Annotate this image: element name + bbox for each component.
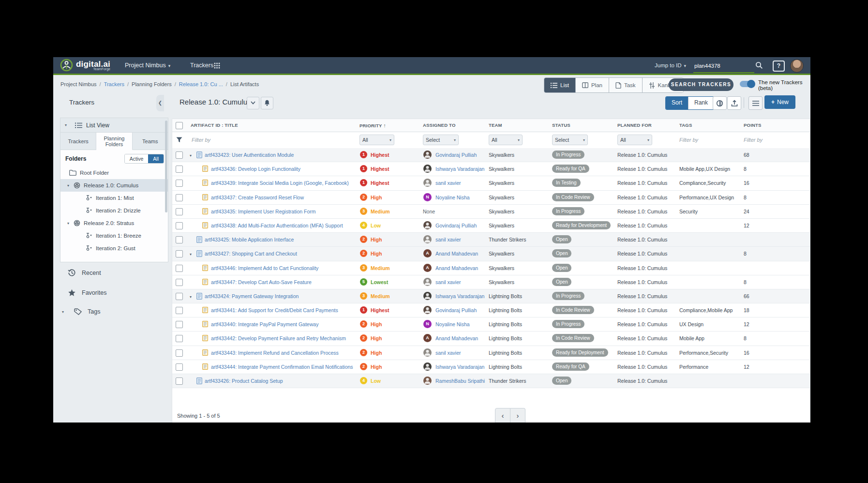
expand-caret-icon[interactable]: ▾: [190, 252, 192, 257]
priority-filter-dropdown[interactable]: All▾: [359, 135, 394, 145]
tree-item-release-2-0-stratus[interactable]: ▾Release 2.0: Stratus: [60, 217, 168, 229]
artifact-link[interactable]: artf433424: Payment Gateway Integration: [205, 289, 299, 303]
app-grid-icon[interactable]: [214, 62, 220, 69]
search-icon[interactable]: [755, 61, 763, 69]
sidebar-tab-trackers[interactable]: Trackers: [60, 133, 96, 150]
artifact-link[interactable]: artf433446: Implement Add to Cart Functi…: [211, 261, 318, 275]
artifact-link[interactable]: artf433442: Develop Payment Failure and …: [211, 332, 346, 345]
row-checkbox[interactable]: [176, 363, 183, 371]
tree-item-iteration-1-mist[interactable]: Iteration 1: Mist: [60, 192, 168, 204]
expand-caret-icon[interactable]: ▾: [190, 153, 192, 158]
artifact-link[interactable]: artf433438: Add Multi-Factor Authenticat…: [211, 219, 343, 232]
row-checkbox[interactable]: [176, 208, 183, 215]
artifact-link[interactable]: artf433439: Integrate Social Media Login…: [211, 176, 349, 190]
sidebar-tab-planning-folders[interactable]: Planning Folders: [96, 133, 132, 150]
assignee-link[interactable]: Ishwarya Varadarajan: [435, 289, 484, 303]
new-trackers-toggle[interactable]: [740, 81, 754, 87]
caret-down-icon[interactable]: ▾: [67, 221, 72, 226]
assignee-link[interactable]: Govindaraj Pulliah: [435, 219, 477, 232]
sidebar-scrollbar[interactable]: [165, 121, 167, 212]
brand-logo[interactable]: digital.ai TeamForge: [60, 59, 110, 72]
column-header-team[interactable]: TEAM: [489, 119, 502, 132]
team-filter-dropdown[interactable]: All▾: [489, 135, 523, 145]
sort-button[interactable]: Sort: [666, 97, 688, 109]
breadcrumb-item[interactable]: Release 1.0: Cu ...: [179, 81, 223, 87]
expand-caret-icon[interactable]: ▾: [190, 295, 192, 299]
assignee-link[interactable]: Ishwarya Varadarajan: [435, 162, 484, 176]
tree-item-iteration-2-gust[interactable]: Iteration 2: Gust: [60, 242, 168, 255]
search-trackers-button[interactable]: SEARCH TRACKERS: [669, 78, 733, 91]
assignee-link[interactable]: RameshBabu Sripathi: [435, 374, 485, 388]
artifact-link[interactable]: artf433441: Add Support for Credit/Debit…: [211, 303, 338, 317]
select-all-checkbox[interactable]: [176, 122, 183, 129]
row-checkbox[interactable]: [176, 250, 183, 257]
sidebar-link-favorites[interactable]: Favorites: [68, 289, 106, 297]
sidebar-collapse-button[interactable]: ❮: [156, 95, 164, 111]
points-filter-input[interactable]: Filter by: [744, 132, 763, 148]
previous-page-button[interactable]: ‹: [495, 408, 510, 423]
artifact-link[interactable]: artf433440: Integrate PayPal Payment Gat…: [211, 317, 318, 331]
artifact-link[interactable]: artf433426: Product Catalog Setup: [205, 374, 283, 388]
sidebar-link-tags[interactable]: ▾Tags: [62, 308, 100, 315]
rank-button[interactable]: Rank: [688, 97, 714, 109]
view-task-button[interactable]: Task: [609, 78, 643, 92]
assignee-link[interactable]: sanil xavier: [435, 346, 461, 360]
row-checkbox[interactable]: [176, 349, 183, 357]
list-menu-icon-button[interactable]: [748, 96, 763, 110]
caret-down-icon[interactable]: ▾: [62, 310, 67, 314]
row-checkbox[interactable]: [176, 236, 183, 243]
view-plan-button[interactable]: Plan: [576, 78, 609, 92]
row-checkbox[interactable]: [176, 335, 183, 342]
artifact-link[interactable]: artf433444: Integrate Payment Confirmati…: [211, 360, 353, 374]
tree-item-release-1-0-cumulus[interactable]: ▾Release 1.0: Cumulus: [60, 179, 168, 192]
row-checkbox[interactable]: [176, 151, 183, 159]
artifact-link[interactable]: artf433435: Implement User Registration …: [211, 205, 316, 218]
artifact-link[interactable]: artf433425: Mobile Application Interface: [205, 233, 294, 246]
artifact-link[interactable]: artf433423: User Authentication Module: [205, 148, 294, 162]
project-menu[interactable]: Project Nimbus▾: [125, 57, 170, 74]
artifact-link[interactable]: artf433437: Create Password Reset Flow: [211, 191, 304, 204]
column-header-assigned-to[interactable]: ASSIGNED TO: [423, 119, 455, 132]
user-avatar[interactable]: [790, 59, 804, 73]
row-checkbox[interactable]: [176, 321, 183, 328]
column-header-title[interactable]: ARTIFACT ID : TITLE: [191, 119, 238, 132]
column-header-points[interactable]: POINTS: [744, 119, 762, 132]
tree-item-iteration-1-breeze[interactable]: Iteration 1: Breeze: [60, 229, 168, 242]
row-checkbox[interactable]: [176, 265, 183, 272]
assignee-link[interactable]: Govindaraj Pulliah: [435, 148, 477, 162]
assignee-link[interactable]: Noyaline Nisha: [435, 317, 470, 331]
row-checkbox[interactable]: [176, 293, 183, 300]
export-icon-button[interactable]: [727, 96, 741, 110]
assignee-link[interactable]: sanil xavier: [435, 275, 461, 289]
sidebar-link-recent[interactable]: Recent: [68, 269, 101, 277]
next-page-button[interactable]: ›: [510, 408, 525, 423]
breadcrumb-item[interactable]: Trackers: [104, 81, 124, 87]
help-icon[interactable]: ?: [773, 60, 785, 72]
bell-icon-button[interactable]: [261, 97, 273, 109]
assignee-link[interactable]: Anand Mahadevan: [435, 332, 478, 345]
folder-filter-active[interactable]: Active: [125, 154, 149, 163]
assignee-link[interactable]: Govindaraj Pulliah: [435, 303, 477, 317]
title-filter-input[interactable]: Filter by: [192, 132, 210, 148]
list-view-header[interactable]: ▾ List View: [60, 118, 168, 133]
row-checkbox[interactable]: [176, 307, 183, 314]
planned-for-filter-dropdown[interactable]: All▾: [617, 135, 652, 145]
assigned-to-filter-dropdown[interactable]: Select▾: [423, 135, 459, 145]
artifact-link[interactable]: artf433443: Implement Refund and Cancell…: [211, 346, 339, 360]
tags-filter-input[interactable]: Filter by: [679, 132, 698, 148]
jump-to-id-menu[interactable]: Jump to ID▾: [655, 57, 686, 74]
assignee-link[interactable]: Ishwarya Varadarajan: [435, 360, 484, 374]
row-checkbox[interactable]: [176, 194, 183, 201]
assignee-link[interactable]: sanil xavier: [435, 233, 461, 246]
column-header-status[interactable]: STATUS: [552, 119, 570, 132]
artifact-link[interactable]: artf433447: Develop Cart Auto-Save Featu…: [211, 275, 312, 289]
assignee-link[interactable]: sanil xavier: [435, 176, 461, 190]
row-checkbox[interactable]: [176, 377, 183, 385]
column-header-tags[interactable]: TAGS: [679, 119, 692, 132]
funnel-icon[interactable]: [176, 137, 182, 143]
assignee-link[interactable]: Anand Mahadevan: [435, 247, 478, 260]
row-checkbox[interactable]: [176, 180, 183, 187]
tree-item-iteration-2-drizzle[interactable]: Iteration 2: Drizzle: [60, 204, 168, 217]
column-header-priority[interactable]: PRIORITY ↑: [359, 119, 386, 132]
assignee-link[interactable]: Anand Mahadevan: [435, 261, 478, 275]
